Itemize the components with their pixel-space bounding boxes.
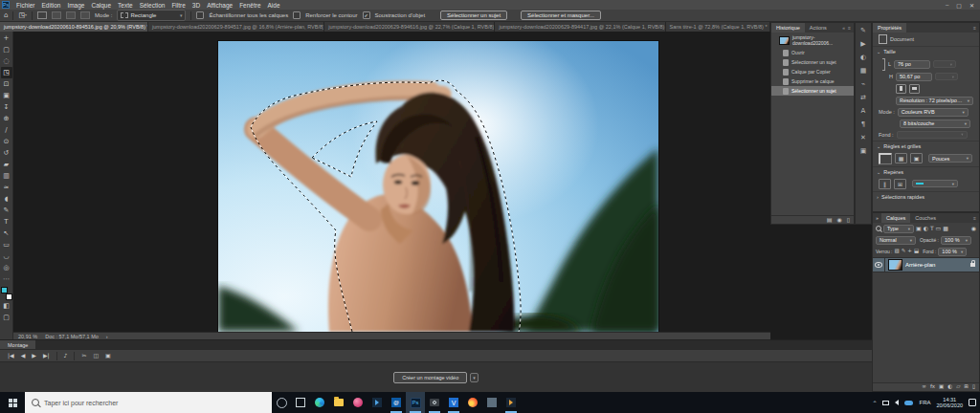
taskbar-app-films[interactable] — [501, 392, 521, 413]
foreground-color-swatch[interactable] — [1, 287, 8, 293]
clone-stamp-tool[interactable]: ⊙ — [1, 136, 12, 147]
close-button[interactable]: ✕ — [969, 2, 974, 9]
frame-tool[interactable]: ▣ — [1, 90, 12, 101]
menu-affichage[interactable]: Affichage — [207, 2, 233, 9]
mode-select[interactable]: Rectangle▾ — [117, 10, 186, 21]
new-layer-icon[interactable]: ⊞ — [964, 384, 969, 390]
sample-all-layers-checkbox[interactable] — [196, 11, 204, 19]
portrait-orientation-button[interactable] — [896, 84, 906, 94]
lock-all-icon[interactable]: ⬓ — [914, 249, 919, 254]
collapse-dock-icon[interactable]: » — [873, 216, 881, 221]
guides-section-header[interactable]: ⌄ Repères — [873, 166, 979, 177]
task-view-button[interactable] — [291, 392, 310, 413]
guide-color-select[interactable]: ▾ — [912, 180, 958, 187]
selection-new-icon[interactable] — [37, 11, 47, 19]
link-dimensions-icon[interactable] — [882, 58, 885, 71]
tab-calques[interactable]: Calques — [881, 213, 910, 223]
units-select[interactable]: Pouces▾ — [928, 154, 972, 163]
document-tab-3[interactable]: jumpstory-download20200629-894616.jpg @ … — [324, 22, 495, 32]
restore-button[interactable]: ▢ — [956, 2, 962, 9]
path-selection-tool[interactable]: ↖ — [1, 228, 12, 239]
timeline-tab[interactable]: Montage — [0, 340, 35, 349]
layer-row-background[interactable]: Arrière-plan — [873, 257, 979, 272]
dock-icon-character[interactable]: A — [857, 105, 870, 116]
history-step-delete-layer[interactable]: Supprimer le calque — [771, 76, 854, 86]
grid-icon[interactable]: ▦ — [895, 153, 907, 163]
rulers-grids-section-header[interactable]: ⌄ Règles et grilles — [873, 141, 979, 151]
taskbar-clock[interactable]: 14:31 20/06/2020 — [936, 397, 963, 409]
previous-frame-icon[interactable]: ◀ — [21, 353, 26, 359]
taskbar-app-paint3d[interactable] — [348, 392, 368, 413]
rulers-icon[interactable] — [879, 153, 892, 164]
action-center-icon[interactable] — [969, 399, 976, 406]
filter-type-select[interactable]: Type▾ — [883, 225, 914, 233]
filter-type-icon[interactable]: T — [930, 226, 934, 231]
panel-menu-icon[interactable]: ≡ — [848, 25, 851, 31]
filter-pixel-icon[interactable]: ▣ — [916, 226, 922, 231]
menu-edition[interactable]: Edition — [42, 2, 61, 9]
width-field[interactable]: 76 po — [894, 60, 930, 69]
select-subject-button[interactable]: Sélectionner un sujet — [440, 11, 507, 20]
taskbar-app-mail[interactable]: @ — [387, 392, 406, 413]
layer-style-icon[interactable]: fx — [930, 384, 935, 390]
history-brush-tool[interactable]: ↺ — [1, 147, 12, 159]
volume-icon[interactable] — [895, 400, 899, 405]
marquee-tool[interactable]: ▢ — [1, 44, 12, 55]
quick-selections-section-header[interactable]: › Sélections rapides — [873, 191, 979, 202]
history-step-layer-via-copy[interactable]: Calque par Copier — [771, 67, 854, 76]
cortana-button[interactable] — [272, 392, 291, 413]
language-indicator[interactable]: FRA — [919, 400, 930, 405]
dock-icon-paragraph[interactable]: ¶ — [857, 119, 870, 129]
lock-pixels-icon[interactable]: ✎ — [902, 249, 906, 254]
menu-calque[interactable]: Calque — [91, 2, 111, 9]
dock-icon-adjustments[interactable]: ◐ — [857, 52, 870, 62]
gradient-tool[interactable]: ▥ — [1, 170, 12, 182]
color-swatches[interactable] — [1, 287, 12, 300]
hand-tool[interactable]: ◡ — [1, 250, 12, 262]
quick-mask-icon[interactable]: ◧ — [1, 300, 12, 312]
panel-menu-icon[interactable]: ≡ — [973, 25, 976, 31]
dock-icon-clone-source[interactable]: ⇄ — [857, 92, 870, 102]
taskbar-app-photoshop[interactable]: Ps — [406, 392, 425, 413]
filter-adjustment-icon[interactable]: ◐ — [924, 226, 928, 231]
first-frame-icon[interactable]: |◀ — [8, 353, 14, 359]
document-tab-1[interactable]: jumpstory-download20200610-894516.jpg @ … — [0, 22, 148, 32]
menu-image[interactable]: Image — [67, 2, 84, 9]
layer-mask-icon[interactable]: ▣ — [939, 384, 944, 390]
create-video-timeline-button[interactable]: Créer un montage vidéo — [393, 372, 467, 383]
resolution-select[interactable]: Résolution : 72 pixels/pouce▾ — [896, 97, 973, 105]
tab-actions[interactable]: Actions — [805, 23, 832, 33]
filter-toggle-icon[interactable]: ◉ — [971, 226, 976, 231]
history-step-select-subject-2[interactable]: Sélectionner un sujet — [771, 86, 854, 96]
new-guide-icon[interactable]: ∥ — [879, 179, 891, 189]
screen-mode-icon[interactable]: ▢ — [1, 312, 12, 323]
photo-canvas[interactable] — [218, 41, 658, 332]
background-color-swatch[interactable] — [6, 293, 12, 300]
menu-filtre[interactable]: Filtre — [171, 2, 185, 9]
link-layers-icon[interactable]: ∞ — [922, 384, 926, 390]
menu-3d[interactable]: 3D — [192, 2, 200, 9]
shape-tool[interactable]: ▭ — [1, 239, 12, 250]
layer-name[interactable]: Arrière-plan — [905, 262, 935, 268]
lock-transparency-icon[interactable]: ▨ — [895, 249, 900, 254]
document-tab-5[interactable]: Sans titre-1 @ 72,8% (Calque 1, RVB/8) *… — [666, 22, 770, 32]
delete-state-icon[interactable]: ▯ — [847, 217, 850, 223]
dock-icon-measure[interactable]: ✕ — [857, 132, 870, 142]
type-tool[interactable]: T — [1, 216, 12, 228]
object-selection-tool[interactable]: ◳ — [1, 67, 12, 78]
selection-subtract-icon[interactable] — [66, 11, 76, 19]
start-button[interactable] — [0, 392, 25, 413]
transition-icon[interactable]: ◫ — [93, 353, 99, 359]
taskbar-app-v[interactable]: V — [444, 392, 463, 413]
bit-depth-select[interactable]: 8 bits/couche▾ — [900, 120, 970, 128]
zoom-level-field[interactable]: 20,91 % — [18, 334, 37, 339]
blur-tool[interactable]: ≈ — [1, 182, 12, 193]
selection-intersect-icon[interactable] — [80, 11, 90, 19]
menu-fenetre[interactable]: Fenêtre — [239, 2, 260, 9]
play-icon[interactable]: ▶ — [32, 353, 36, 359]
layer-visibility-toggle[interactable] — [873, 258, 885, 272]
menu-texte[interactable]: Texte — [118, 2, 133, 9]
filter-shape-icon[interactable]: ▭ — [936, 226, 942, 231]
dock-icon-brushes[interactable]: ✎ — [857, 25, 870, 35]
new-snapshot-icon[interactable]: ◉ — [836, 217, 841, 223]
